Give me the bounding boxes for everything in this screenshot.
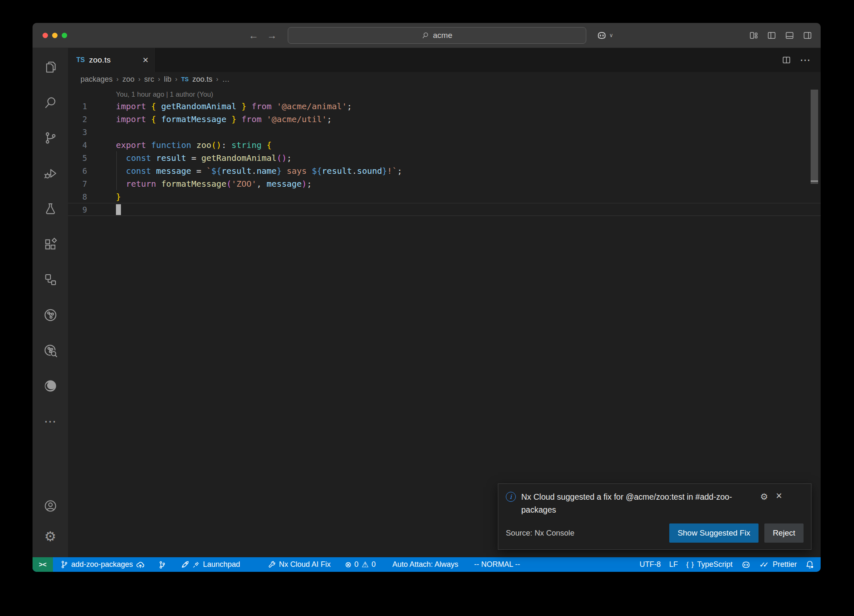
edge-tools-icon[interactable] xyxy=(33,368,68,403)
line-number: 5 xyxy=(68,153,87,163)
line-content: } xyxy=(87,192,121,202)
line-number: 7 xyxy=(68,179,87,188)
close-tab-icon[interactable]: × xyxy=(143,55,148,65)
code-line-5[interactable]: 5 const result = getRandomAnimal(); xyxy=(68,151,821,164)
code-line-8[interactable]: 8} xyxy=(68,190,821,203)
copilot-status-item[interactable] xyxy=(737,557,755,572)
customize-layout-icon[interactable] xyxy=(749,30,759,40)
copilot-icon xyxy=(741,560,751,570)
tab-zoo-ts[interactable]: TS zoo.ts × xyxy=(68,48,155,72)
braces-icon: { } xyxy=(686,561,694,569)
vim-mode-item[interactable]: -- NORMAL -- xyxy=(470,557,524,572)
breadcrumb-overflow[interactable]: … xyxy=(222,75,230,84)
encoding-item[interactable]: UTF-8 xyxy=(635,557,665,572)
breadcrumb-item-lib[interactable]: lib xyxy=(164,75,171,84)
accounts-icon[interactable] xyxy=(33,491,68,521)
git-branch-item[interactable]: add-zoo-packages xyxy=(56,557,149,572)
back-button[interactable]: ← xyxy=(249,30,259,41)
info-icon: i xyxy=(506,492,516,502)
search-view-icon[interactable] xyxy=(33,85,68,120)
explorer-icon[interactable] xyxy=(33,49,68,85)
formatter-item[interactable]: ✓✓ Prettier xyxy=(755,557,801,572)
vim-block-cursor xyxy=(116,204,121,215)
tab-label: zoo.ts xyxy=(89,55,111,65)
close-window-button[interactable] xyxy=(43,33,48,38)
testing-icon[interactable] xyxy=(33,191,68,226)
notifications-bell-item[interactable] xyxy=(801,557,821,572)
source-control-icon[interactable] xyxy=(33,120,68,155)
nx-console-icon[interactable] xyxy=(33,262,68,297)
reject-button[interactable]: Reject xyxy=(764,523,804,543)
nx-project-graph-icon[interactable] xyxy=(33,333,68,368)
bell-icon xyxy=(805,560,814,569)
split-editor-icon[interactable] xyxy=(781,55,791,65)
breadcrumb-separator: › xyxy=(116,75,118,83)
copilot-menu[interactable]: ∨ xyxy=(596,30,613,41)
line-number: 4 xyxy=(68,140,87,150)
show-suggested-fix-button[interactable]: Show Suggested Fix xyxy=(669,523,759,543)
publish-cloud-icon xyxy=(136,560,145,569)
remote-indicator[interactable]: >< xyxy=(33,557,53,572)
minimize-window-button[interactable] xyxy=(52,33,58,38)
code-line-2[interactable]: 2import { formatMessage } from '@acme/ut… xyxy=(68,113,821,125)
code-line-6[interactable]: 6 const message = `${result.name} says $… xyxy=(68,164,821,177)
code-lines: 1import { getRandomAnimal } from '@acme/… xyxy=(68,100,821,216)
notification-toast: i Nx Cloud suggested a fix for @acme/zoo… xyxy=(498,483,811,550)
language-mode-item[interactable]: { } TypeScript xyxy=(682,557,737,572)
auto-attach-item[interactable]: Auto Attach: Always xyxy=(388,557,462,572)
notification-source: Source: Nx Console xyxy=(506,528,575,538)
errors-icon: ⊗ xyxy=(345,561,352,568)
titlebar: ← → acme ∨ xyxy=(33,23,821,48)
breadcrumb[interactable]: packages›zoo›src›lib›TSzoo.ts›… xyxy=(68,72,821,86)
tab-bar: TS zoo.ts × ⋯ xyxy=(68,48,821,72)
plug-icon xyxy=(192,561,200,568)
line-number: 1 xyxy=(68,102,87,111)
typescript-file-icon: TS xyxy=(76,56,85,64)
notification-settings-icon[interactable]: ⚙ xyxy=(760,492,768,502)
notification-close-icon[interactable]: × xyxy=(776,491,782,501)
chevron-down-icon: ∨ xyxy=(609,32,613,38)
line-number: 6 xyxy=(68,166,87,175)
run-and-debug-icon[interactable] xyxy=(33,155,68,191)
settings-gear-icon[interactable]: ⚙ xyxy=(33,521,68,551)
breadcrumb-item-src[interactable]: src xyxy=(144,75,154,84)
search-icon xyxy=(422,32,429,39)
remote-icon: >< xyxy=(39,561,47,568)
breadcrumb-item-file[interactable]: zoo.ts xyxy=(192,75,212,84)
eol-item[interactable]: LF xyxy=(665,557,682,572)
line-content: import { formatMessage } from '@acme/uti… xyxy=(87,114,332,124)
branch-icon xyxy=(60,561,68,568)
nx-cloud-icon[interactable] xyxy=(33,297,68,333)
extensions-icon[interactable] xyxy=(33,226,68,262)
more-views-icon[interactable]: ⋯ xyxy=(33,403,68,439)
code-line-3[interactable]: 3 xyxy=(68,125,821,138)
breadcrumb-separator: › xyxy=(138,75,140,83)
check-all-icon: ✓✓ xyxy=(759,560,766,569)
typescript-file-icon: TS xyxy=(181,76,188,83)
code-line-9[interactable]: 9 xyxy=(68,203,821,216)
launchpad-item[interactable]: Launchpad xyxy=(176,557,244,572)
toggle-panel-icon[interactable] xyxy=(785,30,794,40)
editor-scrollbar[interactable] xyxy=(811,90,818,184)
code-line-4[interactable]: 4export function zoo(): string { xyxy=(68,138,821,151)
editor-group: TS zoo.ts × ⋯ packages›zoo›src›lib›TSzoo… xyxy=(68,48,821,557)
code-line-1[interactable]: 1import { getRandomAnimal } from '@acme/… xyxy=(68,100,821,113)
breadcrumb-item-packages[interactable]: packages xyxy=(80,75,113,84)
git-blame-annotation: You, 1 hour ago | 1 author (You) xyxy=(68,89,821,100)
command-center-search[interactable]: acme xyxy=(288,27,586,44)
line-number: 3 xyxy=(68,128,87,137)
line-number: 9 xyxy=(68,205,87,214)
more-actions-icon[interactable]: ⋯ xyxy=(800,54,811,67)
layout-controls xyxy=(749,30,812,40)
forward-button[interactable]: → xyxy=(267,30,277,41)
nx-cloud-ai-fix-item[interactable]: Nx Cloud AI Fix xyxy=(264,557,335,572)
breadcrumb-separator: › xyxy=(158,75,160,83)
problems-item[interactable]: ⊗ 0 ⚠ 0 xyxy=(341,557,380,572)
breadcrumb-item-zoo[interactable]: zoo xyxy=(122,75,134,84)
toggle-secondary-sidebar-icon[interactable] xyxy=(803,30,812,40)
toggle-primary-sidebar-icon[interactable] xyxy=(767,30,776,40)
commit-graph-item[interactable] xyxy=(154,557,171,572)
line-content xyxy=(87,204,121,215)
code-line-7[interactable]: 7 return formatMessage('ZOO', message); xyxy=(68,177,821,190)
zoom-window-button[interactable] xyxy=(62,33,67,38)
